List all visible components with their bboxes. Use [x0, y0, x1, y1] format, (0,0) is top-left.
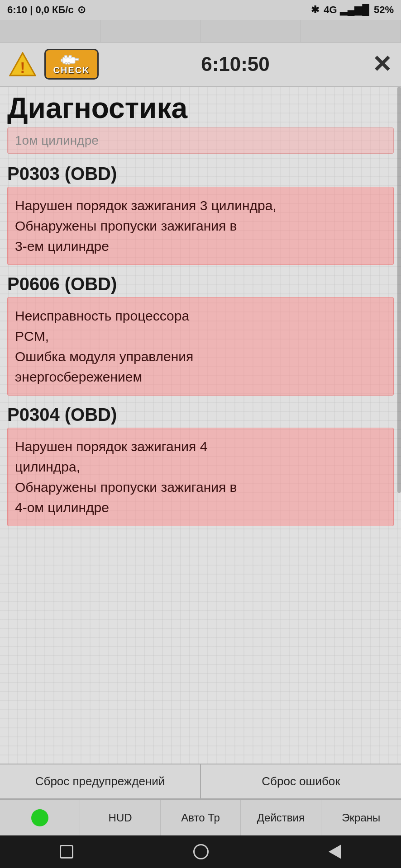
android-nav-bar [0, 835, 401, 868]
status-bar: 6:10 | 0,0 КБ/с ⊙ ✱ 4G ▂▄▆█ 52% [0, 0, 401, 20]
clock-icon: ⊙ [77, 4, 86, 16]
nav-item-dot[interactable] [0, 800, 80, 835]
signal-icon: 4G ▂▄▆█ [324, 4, 369, 16]
scroll-indicator [397, 87, 401, 493]
ghost-error-box: 1ом цилиндре [7, 127, 394, 154]
error-code-label-2: P0304 (OBD) [7, 399, 394, 428]
header-clock: 6:10:50 [107, 53, 364, 75]
svg-rect-3 [65, 56, 67, 58]
top-tab-3[interactable] [200, 20, 301, 42]
status-bar-left: 6:10 | 0,0 КБ/с ⊙ [7, 4, 86, 16]
svg-rect-7 [68, 62, 70, 64]
svg-rect-6 [61, 59, 63, 62]
android-home-btn[interactable] [193, 844, 209, 859]
top-tab-4[interactable] [301, 20, 401, 42]
nav-item-auto[interactable]: Авто Тр [161, 800, 241, 835]
top-tab-1[interactable] [0, 20, 100, 42]
ghost-error-text: 1ом цилиндре [15, 133, 99, 147]
status-dot-icon [31, 809, 48, 826]
error-desc-text-2: Нарушен порядок зажигания 4цилиндра,Обна… [15, 436, 386, 518]
check-engine-button[interactable]: CHECK [44, 49, 99, 80]
svg-rect-5 [75, 59, 79, 61]
error-code-1: P0606 (OBD) Неисправность процессораPCM,… [7, 269, 394, 396]
status-time-speed: 6:10 | 0,0 КБ/с [7, 4, 74, 16]
error-desc-text-1: Неисправность процессораPCM,Ошибка модул… [15, 306, 386, 387]
close-button[interactable]: ✕ [372, 52, 392, 76]
header-row: ! CHECK 6:10:50 ✕ [0, 42, 401, 87]
android-square-btn[interactable] [60, 845, 73, 859]
error-desc-box-1: Неисправность процессораPCM,Ошибка модул… [7, 297, 394, 396]
warning-icon: ! [9, 52, 36, 76]
error-code-label-1: P0606 (OBD) [7, 269, 394, 297]
engine-icon [61, 53, 82, 65]
status-bar-right: ✱ 4G ▂▄▆█ 52% [311, 4, 394, 16]
reset-errors-button[interactable]: Сброс ошибок [201, 764, 401, 798]
main-content: Диагностика 1ом цилиндре P0303 (OBD) Нар… [0, 87, 401, 764]
check-label: CHECK [53, 65, 90, 75]
reset-warnings-button[interactable]: Сброс предупреждений [0, 764, 201, 798]
page-title: Диагностика [7, 87, 394, 127]
svg-rect-4 [69, 56, 72, 58]
bluetooth-icon: ✱ [311, 4, 319, 16]
bottom-buttons-row: Сброс предупреждений Сброс ошибок [0, 764, 401, 799]
error-code-2: P0304 (OBD) Нарушен порядок зажигания 4ц… [7, 399, 394, 526]
error-code-label-0: P0303 (OBD) [7, 158, 394, 187]
error-desc-box-0: Нарушен порядок зажигания 3 цилиндра,Обн… [7, 187, 394, 265]
top-tabs-row [0, 20, 401, 42]
error-code-0: P0303 (OBD) Нарушен порядок зажигания 3 … [7, 158, 394, 265]
error-desc-text-0: Нарушен порядок зажигания 3 цилиндра,Обн… [15, 195, 386, 256]
top-tab-2[interactable] [100, 20, 201, 42]
nav-bar: HUD Авто Тр Действия Экраны [0, 799, 401, 835]
android-back-btn[interactable] [329, 844, 341, 859]
error-desc-box-2: Нарушен порядок зажигания 4цилиндра,Обна… [7, 428, 394, 526]
nav-item-screens[interactable]: Экраны [321, 800, 401, 835]
svg-text:!: ! [20, 59, 25, 76]
nav-item-hud[interactable]: HUD [80, 800, 160, 835]
svg-rect-8 [66, 62, 67, 64]
battery-label: 52% [374, 4, 394, 16]
nav-item-actions[interactable]: Действия [241, 800, 321, 835]
